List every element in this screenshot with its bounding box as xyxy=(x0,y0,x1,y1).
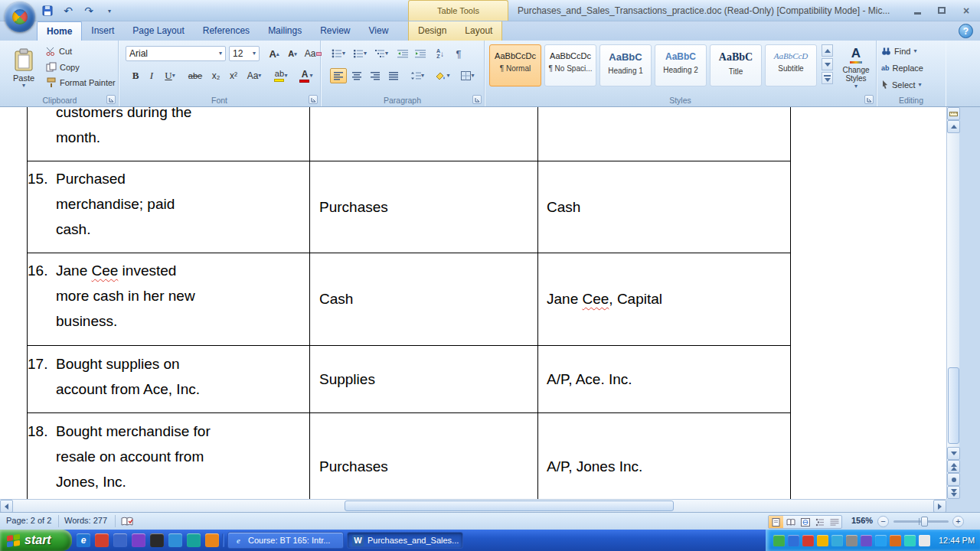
clipboard-dialog-launcher[interactable] xyxy=(106,95,116,104)
tray-icon-6[interactable] xyxy=(846,535,858,546)
zoom-out-button[interactable]: − xyxy=(877,516,889,527)
tray-icon-5[interactable] xyxy=(831,535,843,546)
align-left-button[interactable] xyxy=(330,68,347,83)
horizontal-scrollbar[interactable] xyxy=(0,499,946,512)
full-screen-reading-view-button[interactable] xyxy=(783,516,798,528)
underline-button[interactable]: U▾ xyxy=(160,68,180,83)
vertical-scroll-thumb[interactable] xyxy=(948,367,959,444)
cell-credit[interactable]: A/P, Ace. Inc. xyxy=(537,346,790,412)
font-dialog-launcher[interactable] xyxy=(309,95,318,104)
help-button[interactable]: ? xyxy=(959,24,973,38)
styles-scroll-up-button[interactable] xyxy=(822,44,833,57)
tray-icon-2[interactable] xyxy=(788,535,799,546)
taskbar-clock[interactable]: 12:44 PM xyxy=(939,536,975,545)
select-browse-object-button[interactable] xyxy=(947,473,960,486)
numbering-button[interactable]: ▾ xyxy=(350,46,370,61)
tray-icon-1[interactable] xyxy=(773,535,785,546)
paragraph-dialog-launcher[interactable] xyxy=(472,95,482,104)
font-name-combo[interactable]: Arial ▾ xyxy=(126,46,226,61)
vertical-scrollbar[interactable] xyxy=(946,107,959,499)
tray-icon-8[interactable] xyxy=(875,535,887,546)
cell-description[interactable]: 16.Jane Cee invested more cash in her ne… xyxy=(28,253,309,345)
customize-qat-button[interactable]: ▾ xyxy=(102,4,117,18)
strikethrough-button[interactable]: abe xyxy=(185,68,206,83)
sort-button[interactable]: AZ ↓ xyxy=(431,46,449,61)
shading-button[interactable]: ▾ xyxy=(431,68,454,83)
close-button[interactable]: × xyxy=(959,5,974,16)
tray-icon-9[interactable] xyxy=(890,535,901,546)
web-layout-view-button[interactable] xyxy=(798,516,812,528)
cell-credit[interactable]: Cash xyxy=(537,161,790,253)
cell-description[interactable]: 15.Purchased merchandise; paid cash. xyxy=(28,161,309,253)
highlight-color-button[interactable]: ab ▾ xyxy=(270,67,292,85)
next-page-button[interactable] xyxy=(947,486,960,499)
cell-debit[interactable]: Purchases xyxy=(309,413,537,499)
horizontal-scroll-thumb[interactable] xyxy=(345,500,674,511)
paste-button[interactable]: Paste ▾ xyxy=(6,43,41,93)
decrease-indent-button[interactable] xyxy=(394,46,411,61)
cell-credit[interactable]: Jane Cee, Capital xyxy=(537,253,790,345)
quick-launch-icon-2[interactable] xyxy=(95,533,109,547)
tray-icon-3[interactable] xyxy=(802,535,814,546)
tab-insert[interactable]: Insert xyxy=(82,21,123,41)
undo-button[interactable]: ↶ xyxy=(60,4,76,18)
task-button-browser[interactable]: e Course: BT 165: Intr... xyxy=(227,532,344,549)
draft-view-button[interactable] xyxy=(827,516,841,528)
tab-review[interactable]: Review xyxy=(311,21,359,41)
start-button[interactable]: start xyxy=(0,530,72,551)
quick-launch-icon-7[interactable] xyxy=(187,533,201,547)
styles-more-button[interactable] xyxy=(822,72,833,84)
quick-launch-icon-5[interactable] xyxy=(150,533,164,547)
copy-button[interactable]: Copy xyxy=(46,62,80,72)
style-no-spacing[interactable]: AaBbCcDc ¶ No Spaci... xyxy=(544,44,596,86)
scroll-up-button[interactable] xyxy=(947,120,960,133)
style-title[interactable]: AaBbC Title xyxy=(710,44,762,86)
cut-button[interactable]: Cut xyxy=(46,47,72,56)
tab-view[interactable]: View xyxy=(360,21,398,41)
increase-indent-button[interactable] xyxy=(412,46,429,61)
scroll-right-button[interactable] xyxy=(933,500,946,513)
minimize-button[interactable] xyxy=(910,5,925,16)
cell-description[interactable]: customers during the month. xyxy=(28,107,309,161)
align-right-button[interactable] xyxy=(367,68,384,83)
cell-description[interactable]: 17.Bought supplies on account from Ace, … xyxy=(28,346,309,412)
tab-layout[interactable]: Layout xyxy=(456,21,501,41)
style-normal[interactable]: AaBbCcDc ¶ Normal xyxy=(489,44,541,86)
tray-icon-11[interactable] xyxy=(919,535,930,546)
maximize-button[interactable] xyxy=(934,5,949,16)
font-color-button[interactable]: A ▾ xyxy=(295,67,318,85)
justify-button[interactable] xyxy=(385,68,402,83)
bullets-button[interactable]: ▾ xyxy=(328,46,348,61)
cell-debit[interactable]: Purchases xyxy=(309,161,537,253)
print-layout-view-button[interactable] xyxy=(769,516,783,528)
page-indicator[interactable]: Page: 2 of 2 xyxy=(6,516,51,525)
outline-view-button[interactable] xyxy=(812,516,827,528)
document-canvas[interactable]: customers during the month. 15.Purchased… xyxy=(0,107,946,499)
tray-icon-4[interactable] xyxy=(817,535,828,546)
redo-button[interactable]: ↷ xyxy=(81,4,96,18)
word-count[interactable]: Words: 277 xyxy=(64,516,107,525)
shrink-font-button[interactable]: A▾ xyxy=(284,46,301,61)
view-ruler-button[interactable] xyxy=(947,107,960,120)
styles-dialog-launcher[interactable] xyxy=(864,95,874,104)
tab-page-layout[interactable]: Page Layout xyxy=(123,21,193,41)
zoom-in-button[interactable]: + xyxy=(952,516,964,527)
format-painter-button[interactable]: Format Painter xyxy=(46,77,116,87)
superscript-button[interactable]: x² xyxy=(225,68,242,83)
style-subtitle[interactable]: AaBbCcD Subtitle xyxy=(765,44,817,86)
replace-button[interactable]: ab Replace xyxy=(881,64,923,73)
tab-mailings[interactable]: Mailings xyxy=(259,21,311,41)
spellcheck-status-button[interactable] xyxy=(121,517,134,527)
tab-home[interactable]: Home xyxy=(37,21,82,41)
line-spacing-button[interactable]: ▾ xyxy=(407,68,428,83)
office-button[interactable] xyxy=(5,2,35,32)
show-hide-marks-button[interactable]: ¶ xyxy=(451,46,466,61)
quick-launch-icon-8[interactable] xyxy=(205,533,219,547)
task-button-word-doc[interactable]: W Purchases_and_Sales... xyxy=(347,532,463,549)
scroll-left-button[interactable] xyxy=(0,500,13,513)
cell-debit[interactable]: Supplies xyxy=(309,346,537,412)
clear-formatting-button[interactable]: Aa xyxy=(304,46,322,61)
quick-launch-icon-6[interactable] xyxy=(168,533,182,547)
tray-icon-10[interactable] xyxy=(904,535,916,546)
tab-references[interactable]: References xyxy=(194,21,259,41)
